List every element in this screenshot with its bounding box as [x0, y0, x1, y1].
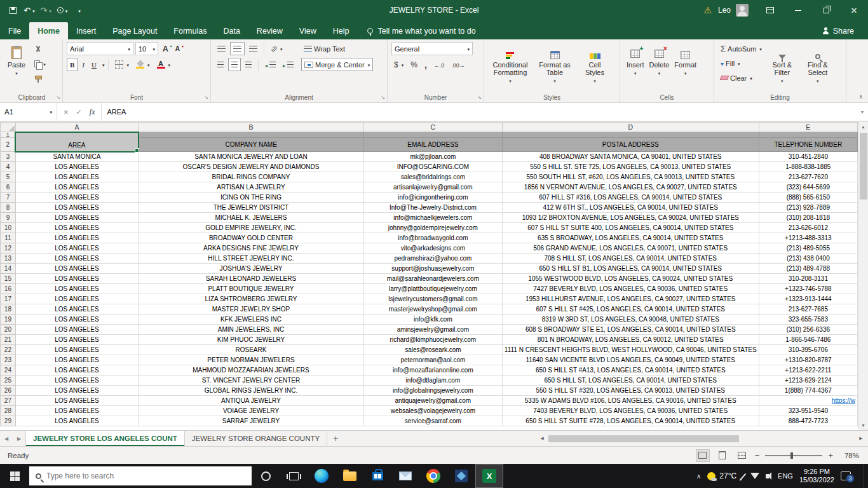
- row-number[interactable]: 3: [1, 152, 16, 162]
- row-number[interactable]: 8: [1, 203, 16, 213]
- row-number[interactable]: 6: [1, 182, 16, 193]
- cell-area[interactable]: LOS ANGELES: [15, 203, 138, 213]
- task-view-button[interactable]: [280, 464, 308, 488]
- cell-company[interactable]: MAHMOUD MOZZAFARIAN JEWELERS: [139, 365, 364, 376]
- cell-area[interactable]: LOS ANGELES: [15, 416, 138, 426]
- row-number[interactable]: 23: [1, 355, 16, 365]
- cell-area[interactable]: LOS ANGELES: [15, 304, 138, 315]
- delete-cells-dropdown[interactable]: [658, 69, 661, 78]
- cell-phone[interactable]: +1213-629-2124: [759, 376, 857, 386]
- bottom-align-button[interactable]: [247, 42, 260, 55]
- cell-company[interactable]: ARKA DESIGNS FINE JEWELRY: [139, 243, 364, 254]
- tab-page-layout[interactable]: Page Layout: [104, 22, 165, 39]
- alert-icon[interactable]: [703, 5, 712, 15]
- cell-phone[interactable]: +1213-622-2211: [759, 365, 857, 376]
- vertical-scroll-thumb[interactable]: [860, 133, 867, 200]
- cell-email[interactable]: antiquajewelry@gmail.com: [363, 396, 502, 406]
- cell-company[interactable]: SANTA MONICA JEWELRY AND LOAN: [139, 152, 364, 162]
- cell-phone[interactable]: (310) 256-6336: [759, 325, 857, 335]
- cell-phone[interactable]: +1310-820-8787: [759, 355, 857, 365]
- font-size-select[interactable]: 10: [135, 42, 158, 55]
- name-box[interactable]: A1: [0, 103, 57, 121]
- cell-email[interactable]: artisanlajewelry@gmail.com: [363, 182, 502, 193]
- qat-customize-button[interactable]: [71, 3, 86, 18]
- user-name[interactable]: Leo: [718, 6, 731, 15]
- increase-indent-button[interactable]: [280, 58, 296, 71]
- cell-company[interactable]: BRIDAL RINGS COMPANY: [139, 172, 364, 182]
- cell-email[interactable]: info@dtlaglam.com: [363, 376, 502, 386]
- cell-company[interactable]: KFK JEWELERS INC: [139, 315, 364, 325]
- touch-mode-dropdown[interactable]: [64, 6, 68, 15]
- cell-email[interactable]: sales@roseark.com: [363, 345, 502, 355]
- row-number[interactable]: 22: [1, 345, 16, 355]
- cell-company[interactable]: ARTISAN LA JEWELRY: [139, 182, 364, 193]
- cell-email[interactable]: info@kfk.com: [363, 315, 502, 325]
- cell-phone[interactable]: 213-627-7620: [759, 172, 857, 182]
- row-number[interactable]: 12: [1, 243, 16, 254]
- normal-view-button[interactable]: [696, 449, 710, 462]
- row-number[interactable]: 14: [1, 264, 16, 274]
- cell-phone[interactable]: (213) 928-7889: [759, 203, 857, 213]
- row-number[interactable]: 28: [1, 406, 16, 416]
- band-cell[interactable]: [139, 132, 364, 138]
- fill-dropdown[interactable]: [736, 60, 740, 67]
- page-layout-view-button[interactable]: [715, 449, 729, 462]
- orientation-dropdown[interactable]: [279, 45, 283, 53]
- cell-phone[interactable]: (213) 438 0400: [759, 254, 857, 264]
- cell-phone[interactable]: (310) 208-1818: [759, 213, 857, 223]
- format-cells-dropdown[interactable]: [684, 69, 687, 78]
- tab-home[interactable]: Home: [29, 22, 68, 39]
- file-explorer-button[interactable]: [336, 464, 363, 488]
- cell-postal[interactable]: 7427 BEVERLY BLVD, LOS ANGELES, CA 90036…: [502, 284, 759, 294]
- minimize-button[interactable]: [784, 0, 812, 20]
- accounting-dropdown[interactable]: [400, 61, 404, 69]
- page-break-view-button[interactable]: [735, 449, 749, 462]
- cell-email[interactable]: sales@bridalrings.com: [363, 172, 502, 182]
- font-name-dropdown[interactable]: [126, 45, 130, 53]
- cell-postal[interactable]: 1953 HILLHURST AVENUE, LOS ANGELES, CA 9…: [502, 294, 759, 304]
- font-color-button[interactable]: A: [154, 58, 173, 71]
- cell-area[interactable]: LOS ANGELES: [15, 162, 138, 172]
- sheet-tab-orange-county[interactable]: JEWELRY STORE ORANGE COUNTY: [185, 431, 327, 446]
- row-number[interactable]: 10: [1, 223, 16, 233]
- name-box-dropdown[interactable]: [48, 108, 52, 116]
- cell-company[interactable]: ICING ON THE RING: [139, 193, 364, 203]
- cell-area[interactable]: LOS ANGELES: [15, 274, 138, 284]
- undo-button[interactable]: [22, 3, 37, 18]
- tab-data[interactable]: Data: [215, 22, 248, 39]
- cell-email[interactable]: aminsjewelry@gmail.com: [363, 325, 502, 335]
- middle-align-button[interactable]: [230, 42, 245, 55]
- format-as-table-dropdown[interactable]: [553, 76, 556, 85]
- row-number[interactable]: 18: [1, 304, 16, 315]
- cell-postal[interactable]: 5335 W ADAMS BLVD #106, LOS ANGELES, CA …: [502, 396, 759, 406]
- cell-company[interactable]: PETER NORMAN JEWELERS: [139, 355, 364, 365]
- cell-company[interactable]: KIM PHUOC JEWELRY: [139, 335, 364, 345]
- paste-dropdown[interactable]: [15, 69, 18, 78]
- cell-phone[interactable]: +1323-913-1444: [759, 294, 857, 304]
- cell-area[interactable]: LOS ANGELES: [15, 355, 138, 365]
- tab-help[interactable]: Help: [325, 22, 358, 39]
- enter-formula-icon[interactable]: [76, 107, 82, 116]
- cell-company[interactable]: BROADWAY GOLD CENTER: [139, 233, 364, 243]
- scroll-down-arrow[interactable]: ▼: [858, 421, 868, 430]
- cell-company[interactable]: LIZA SHTROMBERG JEWELRY: [139, 294, 364, 304]
- search-input[interactable]: [46, 471, 245, 480]
- sheet-nav-right[interactable]: ▶: [13, 431, 25, 446]
- save-button[interactable]: [5, 3, 20, 18]
- cell-email[interactable]: INFO@OSCARING.COM: [363, 162, 502, 172]
- row-number[interactable]: 24: [1, 365, 16, 376]
- cell-phone[interactable]: (213) 489-4788: [759, 264, 857, 274]
- merge-center-button[interactable]: Merge & Center: [301, 58, 373, 71]
- fill-color-dropdown[interactable]: [146, 61, 150, 69]
- zoom-out-button[interactable]: [755, 451, 760, 460]
- language-indicator[interactable]: ENG: [778, 472, 793, 480]
- cell-phone[interactable]: 323-655-7583: [759, 315, 857, 325]
- excel-taskbar-button[interactable]: [475, 464, 503, 488]
- insert-function-button[interactable]: fx: [90, 107, 95, 117]
- column-header-c[interactable]: C: [363, 123, 502, 132]
- autosum-button[interactable]: AutoSum: [718, 42, 764, 55]
- cell-email[interactable]: websales@voiagejewelry.com: [363, 406, 502, 416]
- cell-email[interactable]: vito@arkadesigns.com: [363, 243, 502, 254]
- row-number[interactable]: 17: [1, 294, 16, 304]
- cell-company[interactable]: AMIN JEWELERS, INC: [139, 325, 364, 335]
